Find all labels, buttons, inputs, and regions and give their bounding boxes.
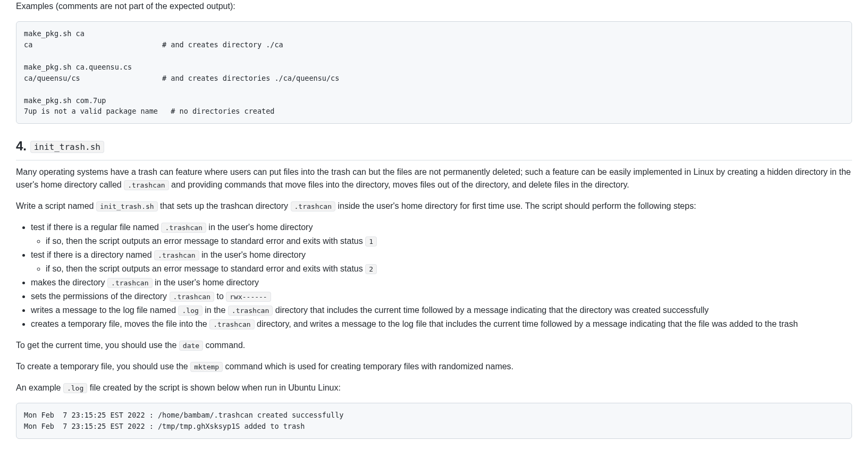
trashcan-code: .trashcan: [228, 306, 273, 316]
trashcan-code: .trashcan: [170, 292, 214, 302]
list-item: makes the directory .trashcan in the use…: [31, 276, 852, 289]
section-number: 4.: [16, 139, 27, 153]
text: to: [214, 292, 226, 301]
text: creates a temporary file, moves the file…: [31, 319, 209, 328]
list-item: if so, then the script outputs an error …: [46, 235, 852, 248]
mktemp-code: mktemp: [190, 362, 223, 372]
paragraph-intro-2: Write a script named init_trash.sh that …: [16, 200, 852, 213]
paragraph-intro-1: Many operating systems have a trash can …: [16, 166, 852, 191]
text: directory that includes the current time…: [273, 306, 709, 315]
log-output-block: Mon Feb 7 23:15:25 EST 2022 : /home/bamb…: [16, 403, 852, 439]
text: An example: [16, 383, 63, 392]
text: writes a message to the log file named: [31, 306, 178, 315]
text: if so, then the script outputs an error …: [46, 264, 365, 273]
log-code: .log: [178, 306, 202, 316]
text: directory, and writes a message to the l…: [255, 319, 798, 328]
text: if so, then the script outputs an error …: [46, 236, 365, 245]
section-4-heading: 4. init_trash.sh: [16, 137, 852, 160]
examples-label: Examples (comments are not part of the e…: [16, 0, 852, 13]
trashcan-code: .trashcan: [291, 201, 335, 211]
text: inside the user's home directory for fir…: [335, 201, 696, 210]
text: Write a script named: [16, 201, 96, 210]
list-item: creates a temporary file, moves the file…: [31, 318, 852, 331]
text: in the user's home directory: [199, 250, 306, 259]
text: and providing commands that move files i…: [169, 180, 629, 189]
paragraph-log-example: An example .log file created by the scri…: [16, 382, 852, 394]
text: To create a temporary file, you should u…: [16, 362, 190, 371]
text: test if there is a regular file named: [31, 223, 161, 232]
text: file created by the script is shown belo…: [87, 383, 341, 392]
text: in the user's home directory: [206, 223, 313, 232]
trashcan-code: .trashcan: [161, 223, 206, 233]
paragraph-date: To get the current time, you should use …: [16, 339, 852, 352]
text: command.: [203, 341, 245, 350]
text: sets the permissions of the directory: [31, 292, 170, 301]
paragraph-mktemp: To create a temporary file, you should u…: [16, 360, 852, 373]
text: in the: [203, 306, 228, 315]
script-name-code: init_trash.sh: [30, 141, 104, 153]
text: in the user's home directory: [153, 278, 259, 287]
status-code: 2: [365, 264, 377, 274]
list-item: test if there is a regular file named .t…: [31, 221, 852, 248]
script-name-code: init_trash.sh: [96, 201, 158, 211]
examples-code-block: make_pkg.sh ca ca # and creates director…: [16, 21, 852, 124]
status-code: 1: [365, 236, 377, 247]
list-item: test if there is a directory named .tras…: [31, 249, 852, 275]
text: that sets up the trashcan directory: [158, 201, 291, 210]
trashcan-code: .trashcan: [124, 180, 168, 190]
text: makes the directory: [31, 278, 107, 287]
trashcan-code: .trashcan: [154, 250, 199, 260]
steps-list: test if there is a regular file named .t…: [16, 221, 852, 331]
list-item: if so, then the script outputs an error …: [46, 262, 852, 275]
text: test if there is a directory named: [31, 250, 154, 259]
log-code: .log: [63, 383, 87, 393]
list-item: sets the permissions of the directory .t…: [31, 290, 852, 303]
trashcan-code: .trashcan: [209, 319, 254, 329]
list-item: writes a message to the log file named .…: [31, 304, 852, 317]
date-code: date: [179, 341, 203, 351]
trashcan-code: .trashcan: [107, 278, 152, 288]
text: command which is used for creating tempo…: [223, 362, 513, 371]
text: To get the current time, you should use …: [16, 341, 179, 350]
perm-code: rwx------: [226, 292, 271, 302]
